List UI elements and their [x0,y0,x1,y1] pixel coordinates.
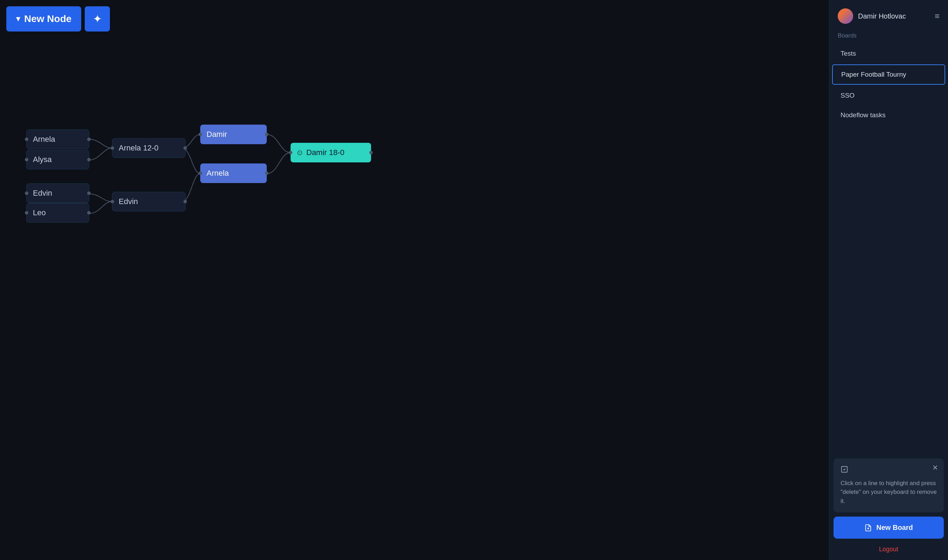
handle-damir18-right [369,151,373,154]
node-edvin-label: Edvin [33,189,52,198]
menu-icon[interactable]: ≡ [935,11,940,21]
connections-svg [0,0,829,560]
node-alysa-label: Alysa [33,155,52,164]
sidebar-header: Damir Hotlovac ≡ [830,0,948,29]
node-arnela-label: Arnela [33,135,55,144]
avatar-image [838,8,853,24]
handle-alysa-right [87,158,91,162]
sidebar: Damir Hotlovac ≡ Boards Tests Paper Foot… [829,0,948,560]
chevron-down-icon: ▾ [16,14,20,23]
new-node-label: New Node [24,13,71,25]
node-arnela-blue[interactable]: Arnela [200,163,267,183]
handle-leo-left [25,211,28,215]
node-alysa[interactable]: Alysa [26,150,89,169]
trophy-icon: ⊙ [297,148,303,157]
new-board-button[interactable]: New Board [834,517,944,538]
node-edvin[interactable]: Edvin [26,183,89,203]
node-edvin-r2[interactable]: Edvin [112,192,186,211]
new-board-icon [864,524,872,532]
handle-edvin-left [25,191,28,195]
edit-icon [840,466,937,475]
boards-section-label: Boards [830,29,948,43]
node-damir-label: Damir [206,130,227,139]
board-item-tests[interactable]: Tests [832,44,945,63]
handle-leo-right [87,211,91,215]
node-arnela12-label: Arnela 12-0 [119,143,159,152]
new-board-label: New Board [876,524,913,532]
handle-arnela-left [25,138,28,141]
toolbar: ▾ New Node ✦ [6,6,110,31]
username-label: Damir Hotlovac [858,12,906,20]
handle-damir-left [199,133,202,136]
handle-arnelab-right [265,171,268,175]
board-item-paper-football[interactable]: Paper Football Tourny [832,65,945,85]
handle-edvinr2-left [111,200,114,203]
node-leo[interactable]: Leo [26,203,89,223]
handle-damir-right [265,133,268,136]
node-arnela-12-0[interactable]: Arnela 12-0 [112,138,186,158]
board-item-sso[interactable]: SSO [832,86,945,105]
canvas: Arnela Alysa Arnela 12-0 Edvin Leo Edvin… [0,0,829,560]
tooltip-box: ✕ Click on a line to highlight and press… [834,458,944,513]
tooltip-text: Click on a line to highlight and press "… [840,480,937,505]
avatar [838,8,853,24]
ai-button[interactable]: ✦ [85,6,110,31]
handle-damir18-left [289,151,292,154]
spacer [830,125,948,458]
board-item-nodeflow[interactable]: Nodeflow tasks [832,106,945,125]
node-arnela[interactable]: Arnela [26,129,89,149]
node-leo-label: Leo [33,208,46,217]
handle-arnela12-right [183,146,187,150]
tooltip-close-button[interactable]: ✕ [932,463,938,472]
handle-arnelab-left [199,171,202,175]
node-arnelab-label: Arnela [206,169,229,178]
user-info: Damir Hotlovac [838,8,906,24]
sparkle-icon: ✦ [93,12,102,26]
new-node-button[interactable]: ▾ New Node [6,6,81,31]
handle-arnela12-left [111,146,114,150]
handle-alysa-left [25,158,28,162]
logout-button[interactable]: Logout [830,542,948,557]
node-damir-blue[interactable]: Damir [200,125,267,144]
boards-list: Tests Paper Football Tourny SSO Nodeflow… [830,43,948,125]
node-edvinr2-label: Edvin [119,197,138,206]
handle-edvinr2-right [183,200,187,203]
handle-arnela-right [87,138,91,141]
node-damir18-label: Damir 18-0 [306,148,345,157]
node-damir-18-0[interactable]: ⊙ Damir 18-0 [291,143,371,162]
handle-edvin-right [87,191,91,195]
